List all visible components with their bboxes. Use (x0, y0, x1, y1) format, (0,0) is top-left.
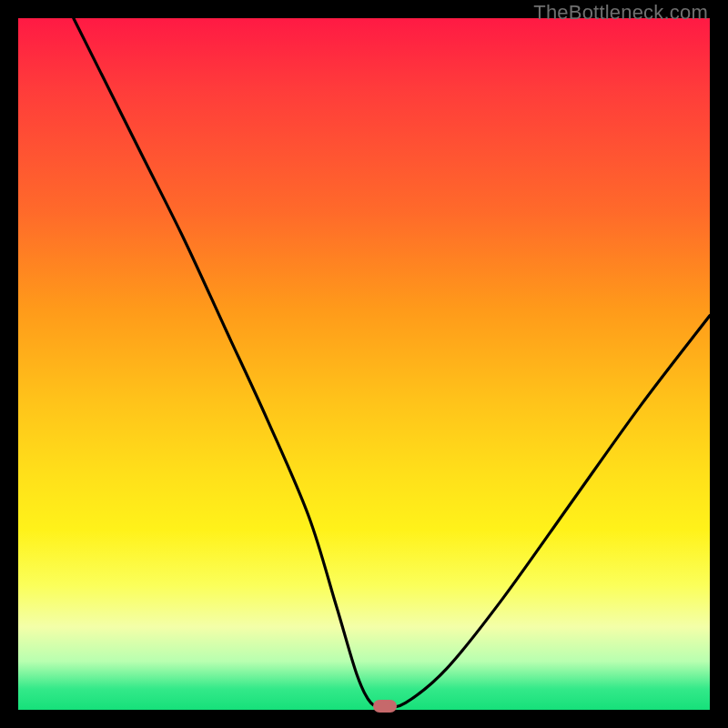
bottleneck-curve (18, 18, 710, 710)
watermark-text: TheBottleneck.com (533, 1, 708, 25)
curve-path (74, 18, 710, 707)
plot-area (18, 18, 710, 710)
minimum-marker (373, 700, 397, 713)
chart-frame: TheBottleneck.com (0, 0, 728, 728)
